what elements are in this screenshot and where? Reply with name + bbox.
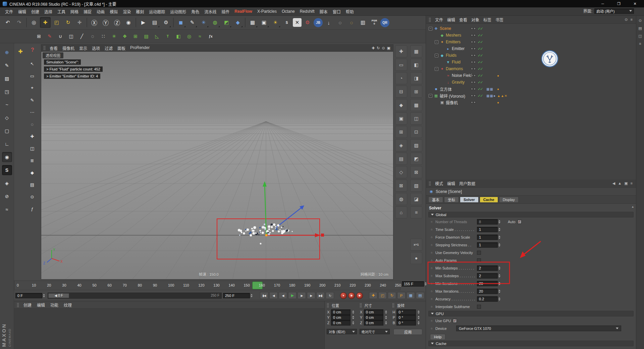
last-tool-icon[interactable]: ✚ bbox=[74, 17, 85, 28]
spinner-icon[interactable] bbox=[498, 265, 502, 271]
menu-window[interactable]: 窗口 bbox=[330, 8, 343, 15]
spinner-icon[interactable] bbox=[385, 320, 388, 326]
anim-dot-icon[interactable]: ○ bbox=[430, 266, 433, 270]
menu-plugins[interactable]: 插件 bbox=[219, 8, 232, 15]
key-pla-button[interactable]: ▦ bbox=[407, 292, 415, 299]
enable-checkmark[interactable]: ✓✓ bbox=[478, 60, 482, 64]
palette-a-icon-8[interactable]: ◈ bbox=[395, 139, 407, 151]
global-group-header[interactable]: Global bbox=[428, 212, 634, 217]
coordinate-system-icon[interactable]: ◉ bbox=[123, 17, 134, 28]
enable-checkmark[interactable]: ✓✓ bbox=[478, 73, 482, 78]
edge-panel-icon[interactable]: ◫ bbox=[638, 34, 642, 38]
palette-b-icon-6[interactable]: ◫ bbox=[410, 112, 422, 124]
spinner-icon[interactable] bbox=[418, 315, 421, 320]
xpresso-icon[interactable]: ƒx bbox=[206, 31, 216, 41]
anim-dot-icon[interactable]: ○ bbox=[430, 228, 433, 231]
visibility-toggles[interactable] bbox=[471, 68, 476, 70]
expand-toggle-icon[interactable]: − bbox=[429, 94, 432, 98]
keyframe-presets-button[interactable]: ▤ bbox=[416, 292, 424, 299]
tab-display[interactable]: Display bbox=[499, 197, 519, 203]
separator[interactable] bbox=[173, 18, 174, 27]
timeline-tick[interactable]: 230 bbox=[365, 283, 371, 287]
palette-a-icon-5[interactable]: ◆ bbox=[395, 99, 407, 111]
keyframe-selection-button[interactable]: ◆ bbox=[356, 292, 363, 299]
vp-menu-view[interactable]: 查看 bbox=[47, 45, 60, 51]
visibility-toggles[interactable] bbox=[471, 88, 476, 90]
light-icon[interactable]: ☀ bbox=[270, 17, 281, 28]
rotation-input[interactable]: 0 ° bbox=[396, 320, 416, 326]
timeline-tick[interactable]: 90 bbox=[153, 283, 157, 287]
spinner-icon[interactable] bbox=[498, 296, 502, 302]
polygons-mode-icon[interactable]: ▢ bbox=[2, 126, 12, 136]
key-rotation-button[interactable]: ↻ bbox=[388, 292, 396, 299]
menu-file[interactable]: 文件 bbox=[3, 8, 15, 15]
vp-menu-display[interactable]: 显示 bbox=[77, 45, 90, 51]
preview-range-slider[interactable]: ◀ 0 F 250 F bbox=[48, 293, 222, 299]
boole-icon[interactable]: ⊞ bbox=[130, 31, 141, 41]
object-tag-chips[interactable]: ▦▦ bbox=[486, 87, 493, 91]
anim-dot-icon[interactable]: ○ bbox=[430, 305, 433, 308]
menu-snap[interactable]: 捕捉 bbox=[81, 8, 94, 15]
palette-b-icon-13[interactable]: ≡ bbox=[410, 206, 422, 218]
checkbox[interactable] bbox=[477, 258, 481, 262]
move-axis-icon[interactable]: ✚ bbox=[16, 47, 25, 56]
panel-grip-icon[interactable] bbox=[429, 181, 431, 186]
palette-b-icon-8[interactable]: ▨ bbox=[410, 139, 422, 151]
function-tool-icon[interactable]: ƒ bbox=[28, 204, 37, 213]
viewport-3d-canvas[interactable]: YXZ 透视视图 Simulation "Scene": > Fluid "Fl… bbox=[41, 52, 393, 279]
tree-item-fluid[interactable]: ▼ Fluid ✓✓ bbox=[426, 59, 636, 65]
tree-item-gravity[interactable]: ↓ Gravity ✓✓ bbox=[426, 79, 636, 86]
menu-edit[interactable]: 编辑 bbox=[16, 8, 29, 15]
render-view-icon[interactable]: ▶ bbox=[138, 17, 149, 28]
enable-checkmark[interactable]: ✓✓ bbox=[478, 33, 482, 38]
visibility-toggles[interactable] bbox=[471, 54, 476, 56]
gpu-group-header[interactable]: GPU bbox=[428, 311, 634, 316]
timeline-tick[interactable]: 210 bbox=[334, 283, 340, 287]
palette-b-icon-3[interactable]: ◨ bbox=[410, 72, 422, 84]
jb-plugin-icon[interactable]: JB bbox=[314, 18, 323, 27]
separator[interactable] bbox=[136, 18, 136, 27]
apply-button[interactable]: 应用 bbox=[393, 329, 422, 335]
enable-checkmark[interactable]: ✓✓ bbox=[478, 47, 482, 51]
qr-plugin-icon[interactable]: QR bbox=[380, 18, 389, 27]
minimize-button[interactable]: ─ bbox=[599, 2, 606, 6]
menu-octane[interactable]: Octane bbox=[279, 8, 297, 14]
om-menu-view[interactable]: 查看 bbox=[457, 16, 469, 23]
tree-item-camera[interactable]: ▣ 摄像机 ● bbox=[426, 99, 636, 106]
am-menu-user-data[interactable]: 用户数据 bbox=[457, 180, 477, 187]
palette-b-icon-11[interactable]: ▧ bbox=[410, 180, 422, 192]
spinner-icon[interactable] bbox=[385, 315, 388, 320]
object-warning-chips[interactable]: ● bbox=[497, 87, 499, 91]
palette-b-icon-10[interactable]: ⊠ bbox=[410, 166, 422, 178]
deformer-icon[interactable]: ◩ bbox=[221, 17, 232, 28]
separator[interactable] bbox=[26, 18, 27, 27]
menu-sculpt[interactable]: 雕刻 bbox=[133, 8, 146, 15]
spinner-icon[interactable] bbox=[352, 309, 356, 315]
select-arrow-icon[interactable]: ↖ bbox=[28, 59, 37, 68]
timeline-tick[interactable]: 70 bbox=[123, 283, 127, 287]
palette-a-icon-9[interactable]: ▤ bbox=[395, 153, 407, 165]
mirror-tool-icon[interactable]: ◫ bbox=[66, 31, 76, 41]
om-menu-edit[interactable]: 编辑 bbox=[445, 16, 457, 23]
floor-icon[interactable]: ▦ bbox=[247, 17, 258, 28]
world-icon[interactable]: ⊕ bbox=[2, 47, 12, 57]
timeline-tick[interactable]: 120 bbox=[198, 283, 204, 287]
ramp-icon[interactable]: ◺ bbox=[152, 31, 162, 41]
camera-icon[interactable]: ▣ bbox=[259, 17, 269, 28]
key-parameter-button[interactable]: P bbox=[397, 292, 406, 299]
tab-cache[interactable]: Cache bbox=[480, 197, 498, 203]
menu-x-particles[interactable]: X-Particles bbox=[255, 8, 279, 14]
grid-tool-icon[interactable]: ▤ bbox=[28, 180, 37, 189]
gold-sphere-icon[interactable]: ● bbox=[410, 252, 422, 264]
help-button[interactable]: Help bbox=[430, 334, 445, 340]
timeline-tick[interactable]: 240 bbox=[380, 283, 386, 287]
value-field[interactable]: 20 bbox=[477, 289, 502, 294]
snap-icon[interactable]: ≈ bbox=[2, 204, 12, 214]
timeline-tick[interactable]: 80 bbox=[138, 283, 142, 287]
tree-item-daemons[interactable]: − ✦ Daemons ✓✓ bbox=[426, 65, 636, 72]
tree-item-emitter[interactable]: ▸ Emitter ✓✓ bbox=[426, 45, 636, 52]
panel-grip-icon[interactable] bbox=[43, 46, 46, 50]
timeline-tick[interactable]: 50 bbox=[93, 283, 97, 287]
tree-item-fluids[interactable]: − ◆ Fluids ✓✓ bbox=[426, 52, 636, 59]
range-start-field[interactable]: 0 F bbox=[15, 293, 46, 298]
